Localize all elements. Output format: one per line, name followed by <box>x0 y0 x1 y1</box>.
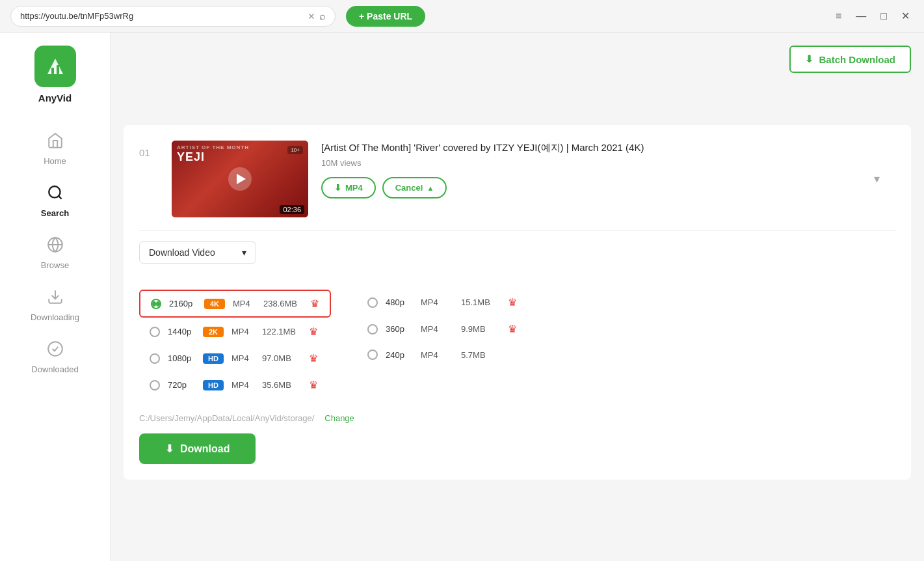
format-1080p: MP4 <box>231 353 254 363</box>
sidebar-item-downloaded[interactable]: Downloaded <box>0 331 110 383</box>
crown-icon-480p: ♛ <box>508 296 517 308</box>
download-btn-icon: ⬇ <box>165 443 174 455</box>
svg-line-3 <box>59 196 62 199</box>
video-thumbnail: ARTIST OF THE MONTHYEJI 10+ 02:36 <box>172 141 308 217</box>
change-storage-button[interactable]: Change <box>324 413 354 423</box>
radio-2160p[interactable] <box>151 299 161 309</box>
downloaded-label: Downloaded <box>31 364 78 374</box>
format-720p: MP4 <box>231 380 254 390</box>
size-720p: 35.6MB <box>262 380 301 390</box>
url-search-button[interactable]: ⌕ <box>319 10 326 22</box>
badge-hd-1080: HD <box>203 353 224 364</box>
browse-label: Browse <box>41 260 69 270</box>
video-info: [Artist Of The Month] 'River' covered by… <box>321 141 895 198</box>
url-clear-button[interactable]: ✕ <box>304 11 319 21</box>
video-title: [Artist Of The Month] 'River' covered by… <box>321 141 895 154</box>
close-button[interactable]: ✕ <box>897 7 914 25</box>
format-2160p: MP4 <box>233 299 256 308</box>
radio-1440p[interactable] <box>150 327 160 337</box>
label-480p: 480p <box>386 297 413 307</box>
chevron-up-icon: ▲ <box>427 184 434 192</box>
radio-240p[interactable] <box>367 349 378 360</box>
svg-rect-0 <box>51 68 54 74</box>
radio-360p[interactable] <box>367 324 378 335</box>
play-button[interactable] <box>228 167 252 191</box>
quality-row-720p[interactable]: 720p HD MP4 35.6MB ♛ <box>139 372 331 398</box>
quality-row-360p[interactable]: 360p MP4 9.9MB ♛ <box>357 316 527 342</box>
svg-rect-1 <box>57 65 59 74</box>
sidebar-item-home[interactable]: Home <box>0 123 110 175</box>
format-480p: MP4 <box>421 297 453 307</box>
maximize-button[interactable]: □ <box>877 8 891 25</box>
crown-icon-1080p: ♛ <box>309 352 318 364</box>
download-icon: ⬇ <box>805 53 813 65</box>
download-button[interactable]: ⬇ Download <box>139 433 256 464</box>
storage-row: C:/Users/Jemy/AppData/Local/AnyVid/stora… <box>139 413 895 423</box>
video-views: 10M views <box>321 158 895 168</box>
sidebar-item-browse[interactable]: Browse <box>0 227 110 279</box>
quality-right-col: 480p MP4 15.1MB ♛ 360p MP4 9.9MB ♛ <box>357 290 527 398</box>
size-1080p: 97.0MB <box>262 353 301 363</box>
app-logo: AnyVid <box>34 46 76 103</box>
radio-1080p[interactable] <box>150 353 160 364</box>
cancel-label: Cancel <box>395 183 423 193</box>
badge-2k: 2K <box>203 327 224 337</box>
cancel-button[interactable]: Cancel ▲ <box>382 177 447 198</box>
quality-row-2160p[interactable]: 2160p 4K MP4 238.6MB ♛ <box>139 290 331 318</box>
format-1440p: MP4 <box>231 327 254 336</box>
size-360p: 9.9MB <box>461 324 500 334</box>
content-area: ⬇ Batch Download 01 ARTIST OF THE MONTHY… <box>111 33 924 561</box>
radio-720p[interactable] <box>150 380 160 390</box>
mp4-button[interactable]: ⬇ MP4 <box>321 177 376 198</box>
quality-row-480p[interactable]: 480p MP4 15.1MB ♛ <box>357 290 527 315</box>
quality-row-240p[interactable]: 240p MP4 5.7MB <box>357 343 527 366</box>
size-2160p: 238.6MB <box>263 299 302 308</box>
quality-left-col: 2160p 4K MP4 238.6MB ♛ 1440p 2K MP4 122.… <box>139 290 331 398</box>
download-btn-label: Download <box>180 443 230 455</box>
quality-row-1440p[interactable]: 1440p 2K MP4 122.1MB ♛ <box>139 319 331 344</box>
sidebar: AnyVid Home Search <box>0 33 111 561</box>
url-input[interactable]: https://youtu.be/tnMFp53wrRg <box>20 11 304 21</box>
home-label: Home <box>44 156 66 166</box>
downloading-icon <box>47 288 64 310</box>
svg-point-7 <box>48 342 62 356</box>
download-options: Download Video ▾ 2160p 4K MP4 <box>139 241 895 464</box>
downloaded-icon <box>47 340 64 362</box>
label-360p: 360p <box>386 324 413 334</box>
crown-icon-360p: ♛ <box>508 323 517 335</box>
paste-url-button[interactable]: + Paste URL <box>346 6 425 27</box>
radio-480p[interactable] <box>367 297 378 308</box>
label-1440p: 1440p <box>168 327 195 336</box>
size-240p: 5.7MB <box>461 350 500 360</box>
content-header: ⬇ Batch Download <box>124 46 911 86</box>
download-type-select[interactable]: Download Video ▾ <box>139 241 256 264</box>
video-actions: ⬇ MP4 Cancel ▲ <box>321 177 895 198</box>
crown-icon-2160p: ♛ <box>310 297 319 310</box>
logo-svg <box>42 53 68 79</box>
video-number: 01 <box>139 147 159 158</box>
quality-row-1080p[interactable]: 1080p HD MP4 97.0MB ♛ <box>139 346 331 371</box>
thumb-overlay-text: ARTIST OF THE MONTHYEJI <box>177 144 249 164</box>
thumb-badge: 10+ <box>287 146 303 154</box>
batch-download-button[interactable]: ⬇ Batch Download <box>789 46 911 73</box>
sidebar-item-search[interactable]: Search <box>0 175 110 227</box>
search-icon <box>47 184 64 206</box>
badge-4k: 4K <box>204 299 225 309</box>
browse-icon <box>47 236 64 258</box>
chevron-down-icon: ▾ <box>874 172 880 186</box>
app-logo-icon <box>34 46 76 87</box>
badge-hd-720: HD <box>203 380 224 390</box>
main-layout: AnyVid Home Search <box>0 33 924 561</box>
sidebar-item-downloading[interactable]: Downloading <box>0 279 110 331</box>
format-360p: MP4 <box>421 324 453 334</box>
menu-button[interactable]: ≡ <box>832 8 845 25</box>
mp4-download-icon: ⬇ <box>334 183 341 193</box>
app-name-label: AnyVid <box>38 92 72 103</box>
label-1080p: 1080p <box>168 353 195 363</box>
minimize-button[interactable]: — <box>852 8 870 25</box>
mp4-label: MP4 <box>345 183 363 193</box>
crown-icon-720p: ♛ <box>309 379 318 391</box>
home-icon <box>47 132 64 154</box>
crown-icon-1440p: ♛ <box>309 325 318 338</box>
size-480p: 15.1MB <box>461 297 500 307</box>
